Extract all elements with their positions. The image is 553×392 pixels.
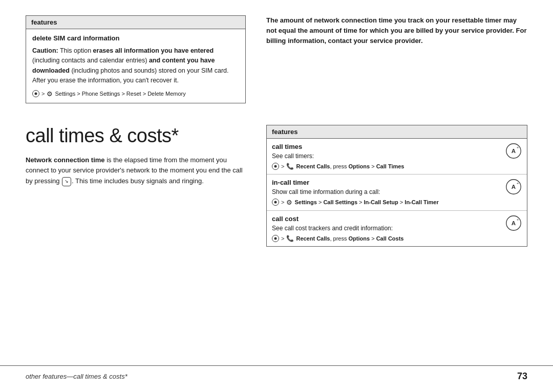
- nav-bullet-2: [272, 199, 279, 206]
- footer-page-number: 73: [517, 371, 527, 382]
- ft-row-call-times: call times A + See call timers: > 📞 Re: [267, 139, 527, 175]
- nav-text-delete: Settings > Phone Settings > Reset > Dele…: [55, 91, 185, 97]
- in-call-timer-icon: A +: [505, 179, 522, 195]
- body-text: Network connection time is the elapsed t…: [26, 155, 246, 187]
- call-cost-nav: > 📞 Recent Calls, press Options > Call C…: [272, 235, 522, 242]
- features-header-top: features: [26, 16, 245, 29]
- body-para-1: Network connection time is the elapsed t…: [26, 155, 246, 187]
- amount-text: The amount of network connection time yo…: [266, 15, 527, 46]
- gt-2: >: [281, 199, 284, 205]
- ft-row-call-cost: call cost A + See call cost trackers and…: [267, 211, 527, 246]
- caution-downloaded: and content you have downloaded: [32, 57, 215, 74]
- caution-erases: erases all information you have entered: [93, 47, 214, 54]
- features-body-top: delete SIM card information Caution: Thi…: [26, 29, 245, 103]
- in-call-timer-desc: Show call time information during a call…: [272, 188, 522, 195]
- call-times-nav-text: Recent Calls, press Options > Call Times: [296, 163, 404, 169]
- right-features-col: features call times A + See call timers:: [266, 125, 527, 247]
- features-header-right: features: [267, 125, 527, 139]
- page: features delete SIM card information Cau…: [0, 0, 553, 392]
- in-call-timer-nav: > ⚙ Settings > Call Settings > In-Call S…: [272, 199, 522, 206]
- call-times-desc: See call timers:: [272, 153, 522, 160]
- right-column-top: The amount of network connection time yo…: [266, 15, 527, 113]
- footer-text: other features—call times & costs*: [26, 373, 127, 380]
- call-cost-nav-text: Recent Calls, press Options > Call Costs: [296, 235, 403, 242]
- nav-phone-icon-1: 📞: [286, 163, 294, 170]
- network-connection-bold: Network connection time: [26, 156, 105, 164]
- svg-text:+: +: [517, 217, 519, 222]
- call-times-nav: > 📞 Recent Calls, press Options > Call T…: [272, 163, 522, 170]
- call-times-icon: A +: [505, 143, 522, 159]
- delete-sim-title: delete SIM card information: [32, 34, 239, 42]
- ft-row-in-call-timer: in-call timer A + Show call time informa…: [267, 175, 527, 211]
- nav-gear-icon: ⚙: [47, 90, 53, 98]
- main-title: call times & costs*: [26, 125, 246, 147]
- caution-label: Caution:: [32, 47, 58, 54]
- top-section: features delete SIM card information Cau…: [26, 15, 527, 113]
- nav-gear-icon-2: ⚙: [286, 199, 292, 206]
- nav-arrow-1: >: [41, 91, 45, 97]
- in-call-timer-title: in-call timer: [272, 179, 522, 186]
- call-cost-title: call cost: [272, 215, 522, 223]
- footer: other features—call times & costs* 73: [0, 365, 553, 382]
- call-cost-desc: See call cost trackers and credit inform…: [272, 225, 522, 232]
- nav-path-delete: > ⚙ Settings > Phone Settings > Reset > …: [32, 90, 239, 98]
- svg-text:+: +: [517, 145, 519, 149]
- nav-bullet-icon: [32, 90, 39, 97]
- gt-1: >: [281, 163, 284, 169]
- features-table-right: features call times A + See call timers:: [266, 125, 527, 247]
- features-box-top: features delete SIM card information Cau…: [26, 15, 246, 103]
- svg-text:+: +: [517, 181, 519, 185]
- call-cost-icon: A +: [505, 215, 522, 231]
- in-call-timer-nav-text: Settings > Call Settings > In-Call Setup…: [294, 199, 438, 205]
- gt-3: >: [281, 235, 284, 242]
- main-title-col: call times & costs* Network connection t…: [26, 125, 246, 247]
- nav-phone-icon-2: 📞: [286, 235, 294, 242]
- svg-text:A: A: [512, 147, 516, 154]
- call-times-title: call times: [272, 143, 522, 150]
- left-column: features delete SIM card information Cau…: [26, 15, 246, 113]
- middle-section: call times & costs* Network connection t…: [26, 125, 527, 247]
- nav-bullet-3: [272, 235, 279, 242]
- svg-text:A: A: [512, 220, 516, 226]
- end-call-icon: ↘: [62, 177, 71, 186]
- amount-text-bold: The amount of network connection time yo…: [266, 16, 527, 45]
- caution-text: Caution: This option erases all informat…: [32, 46, 239, 86]
- svg-text:A: A: [512, 183, 516, 189]
- nav-bullet-1: [272, 163, 279, 170]
